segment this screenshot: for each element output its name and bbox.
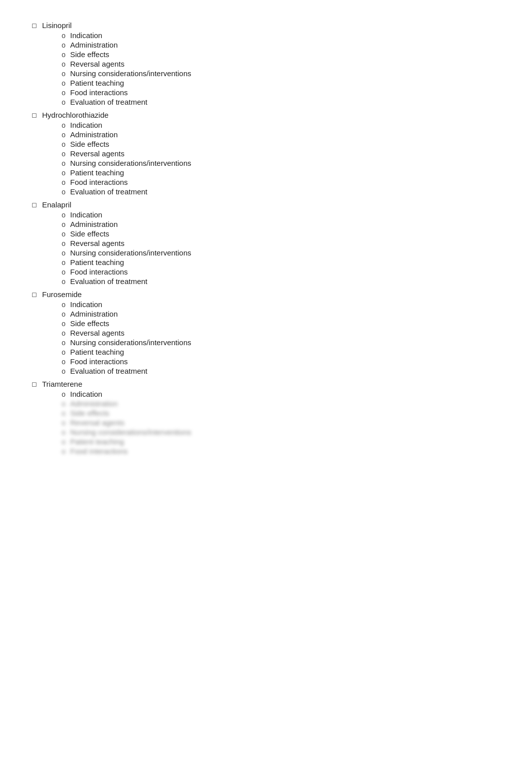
subitem-text-0-7: Evaluation of treatment — [70, 98, 147, 106]
drug-label-2: ◻Enalapril — [30, 199, 502, 210]
subitem-blurred-4-1: oSide effects — [60, 408, 502, 418]
drug-name-2: Enalapril — [42, 200, 71, 209]
subitem-0-2: oSide effects — [60, 50, 502, 59]
drug-bullet-3: ◻ — [30, 291, 38, 298]
subitem-1-6: oFood interactions — [60, 177, 502, 187]
drug-item-3: ◻FurosemideoIndicationoAdministrationoSi… — [30, 289, 502, 376]
sub-bullet-1-2: o — [60, 140, 67, 148]
sub-bullet-2-2: o — [60, 230, 67, 238]
subitem-4-0: oIndication — [60, 389, 502, 399]
drug-bullet-0: ◻ — [30, 22, 38, 29]
sub-bullet-blurred-4-2: o — [60, 419, 67, 427]
subitem-3-6: oFood interactions — [60, 357, 502, 366]
subitem-text-3-0: Indication — [70, 300, 102, 309]
subitem-0-5: oPatient teaching — [60, 78, 502, 88]
subitem-blurred-4-3: oNursing considerations/interventions — [60, 427, 502, 437]
drug-bullet-1: ◻ — [30, 111, 38, 119]
sub-bullet-1-3: o — [60, 150, 67, 158]
sub-bullet-0-2: o — [60, 51, 67, 59]
subitem-text-3-5: Patient teaching — [70, 348, 124, 356]
drug-name-1: Hydrochlorothiazide — [42, 111, 109, 119]
subitem-text-0-5: Patient teaching — [70, 79, 124, 87]
sub-bullet-2-7: o — [60, 278, 67, 286]
subitem-list-2: oIndicationoAdministrationoSide effectso… — [60, 210, 502, 286]
subitem-text-1-4: Nursing considerations/interventions — [70, 159, 191, 167]
subitem-text-3-2: Side effects — [70, 319, 109, 328]
subitem-1-1: oAdministration — [60, 130, 502, 139]
subitem-text-blurred-4-3: Nursing considerations/interventions — [70, 428, 191, 436]
drug-name-0: Lisinopril — [42, 21, 72, 30]
subitem-text-0-0: Indication — [70, 31, 102, 40]
subitem-3-0: oIndication — [60, 300, 502, 309]
subitem-text-1-5: Patient teaching — [70, 168, 124, 177]
sub-bullet-3-3: o — [60, 329, 67, 337]
main-outline-list: ◻LisinopriloIndicationoAdministrationoSi… — [30, 20, 502, 456]
subitem-0-3: oReversal agents — [60, 59, 502, 69]
sub-bullet-2-3: o — [60, 239, 67, 247]
drug-item-4: ◻TriamtereneoIndicationoAdministrationoS… — [30, 379, 502, 456]
subitem-1-0: oIndication — [60, 120, 502, 130]
subitem-blurred-4-2: oReversal agents — [60, 418, 502, 427]
sub-bullet-1-5: o — [60, 169, 67, 177]
subitem-2-2: oSide effects — [60, 229, 502, 238]
sub-bullet-3-6: o — [60, 358, 67, 366]
subitem-text-3-6: Food interactions — [70, 357, 128, 366]
subitem-text-3-1: Administration — [70, 310, 118, 318]
subitem-blurred-4-0: oAdministration — [60, 399, 502, 408]
sub-bullet-1-1: o — [60, 131, 67, 139]
subitem-text-3-3: Reversal agents — [70, 329, 124, 337]
sub-bullet-2-5: o — [60, 258, 67, 267]
subitem-text-0-1: Administration — [70, 41, 118, 49]
sub-bullet-0-6: o — [60, 89, 67, 97]
drug-label-4: ◻Triamterene — [30, 379, 502, 389]
subitem-text-2-0: Indication — [70, 210, 102, 219]
subitem-3-7: oEvaluation of treatment — [60, 366, 502, 376]
sub-bullet-0-4: o — [60, 70, 67, 78]
sub-bullet-0-0: o — [60, 32, 67, 40]
subitem-text-blurred-4-0: Administration — [70, 399, 118, 408]
sub-bullet-blurred-4-1: o — [60, 409, 67, 417]
drug-label-3: ◻Furosemide — [30, 289, 502, 300]
subitem-text-4-0: Indication — [70, 390, 102, 398]
subitem-text-1-2: Side effects — [70, 140, 109, 148]
drug-name-3: Furosemide — [42, 290, 82, 299]
subitem-text-2-3: Reversal agents — [70, 239, 124, 247]
sub-bullet-0-1: o — [60, 41, 67, 49]
sub-bullet-blurred-4-3: o — [60, 428, 67, 436]
subitem-text-2-1: Administration — [70, 220, 118, 228]
sub-bullet-3-0: o — [60, 301, 67, 309]
sub-bullet-0-7: o — [60, 98, 67, 106]
subitem-2-6: oFood interactions — [60, 267, 502, 277]
subitem-text-2-6: Food interactions — [70, 268, 128, 276]
subitem-list-4: oIndicationoAdministrationoSide effectso… — [60, 389, 502, 456]
subitem-3-2: oSide effects — [60, 319, 502, 328]
subitem-blurred-4-5: oFood interactions — [60, 446, 502, 456]
sub-bullet-blurred-4-4: o — [60, 438, 67, 446]
sub-bullet-1-7: o — [60, 188, 67, 196]
drug-name-4: Triamterene — [42, 380, 82, 388]
drug-item-0: ◻LisinopriloIndicationoAdministrationoSi… — [30, 20, 502, 107]
subitem-blurred-4-4: oPatient teaching — [60, 437, 502, 446]
subitem-1-4: oNursing considerations/interventions — [60, 158, 502, 168]
subitem-2-1: oAdministration — [60, 219, 502, 229]
subitem-0-0: oIndication — [60, 31, 502, 40]
drug-label-1: ◻Hydrochlorothiazide — [30, 110, 502, 120]
subitem-text-1-3: Reversal agents — [70, 149, 124, 158]
sub-bullet-3-5: o — [60, 348, 67, 356]
subitem-text-0-3: Reversal agents — [70, 60, 124, 68]
subitem-list-0: oIndicationoAdministrationoSide effectso… — [60, 31, 502, 107]
subitem-text-0-4: Nursing considerations/interventions — [70, 69, 191, 78]
subitem-2-4: oNursing considerations/interventions — [60, 248, 502, 257]
sub-bullet-3-7: o — [60, 367, 67, 375]
sub-bullet-4-0: o — [60, 390, 67, 398]
subitem-1-2: oSide effects — [60, 139, 502, 149]
subitem-text-3-4: Nursing considerations/interventions — [70, 338, 191, 347]
sub-bullet-1-6: o — [60, 178, 67, 186]
subitem-text-blurred-4-1: Side effects — [70, 409, 109, 417]
sub-bullet-1-4: o — [60, 159, 67, 167]
subitem-0-6: oFood interactions — [60, 88, 502, 97]
sub-bullet-0-3: o — [60, 60, 67, 68]
sub-bullet-blurred-4-0: o — [60, 400, 67, 408]
subitem-text-blurred-4-5: Food interactions — [70, 447, 128, 455]
subitem-2-5: oPatient teaching — [60, 257, 502, 267]
